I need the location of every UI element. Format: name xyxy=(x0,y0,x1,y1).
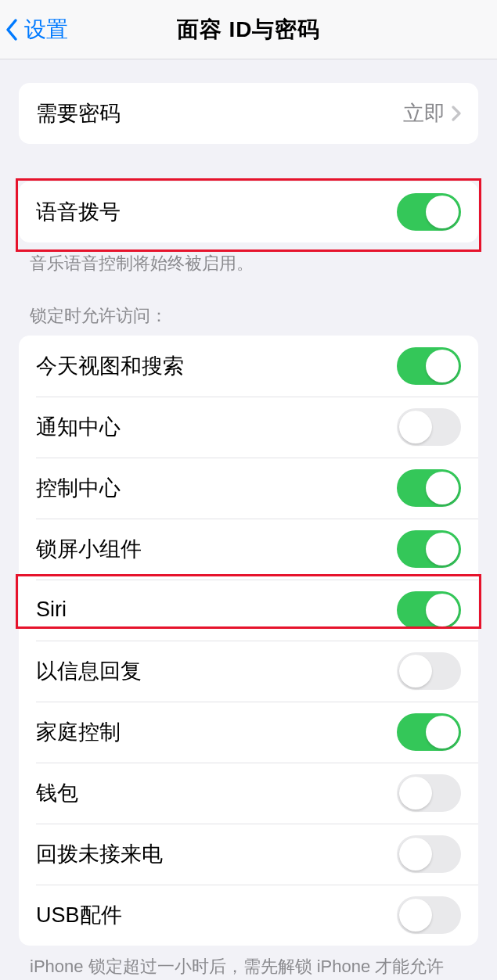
lock-access-toggle[interactable] xyxy=(397,652,461,690)
lock-access-label: 控制中心 xyxy=(36,474,397,502)
lock-access-toggle[interactable] xyxy=(397,469,461,507)
nav-bar: 设置 面容 ID与密码 xyxy=(0,0,497,59)
lock-access-toggle[interactable] xyxy=(397,408,461,446)
switch-knob xyxy=(426,472,459,504)
switch-knob xyxy=(399,899,432,932)
lock-access-label: 家庭控制 xyxy=(36,718,397,746)
lock-access-row: 通知中心 xyxy=(19,397,478,458)
lock-access-label: 今天视图和搜索 xyxy=(36,352,397,380)
lock-access-row: 以信息回复 xyxy=(19,641,478,702)
lock-access-label: 以信息回复 xyxy=(36,657,397,685)
switch-knob xyxy=(426,716,459,748)
lock-access-label: USB配件 xyxy=(36,901,397,929)
lock-access-toggle[interactable] xyxy=(397,591,461,629)
switch-knob xyxy=(399,655,432,687)
lock-access-header: 锁定时允许访问： xyxy=(30,304,467,328)
lock-access-row: 回拨未接来电 xyxy=(19,824,478,885)
voice-dial-toggle[interactable] xyxy=(397,193,461,231)
require-passcode-row[interactable]: 需要密码 立即 xyxy=(19,83,478,144)
lock-access-label: 钱包 xyxy=(36,779,397,807)
switch-knob xyxy=(426,196,459,228)
switch-knob xyxy=(426,350,459,382)
lock-access-row: Siri xyxy=(19,580,478,641)
switch-knob xyxy=(399,411,432,443)
voice-dial-group: 语音拨号 xyxy=(19,181,478,242)
switch-knob xyxy=(426,594,459,626)
lock-access-row: USB配件 xyxy=(19,885,478,946)
lock-access-toggle[interactable] xyxy=(397,713,461,751)
switch-knob xyxy=(426,533,459,565)
lock-access-row: 钱包 xyxy=(19,763,478,824)
voice-dial-row: 语音拨号 xyxy=(19,181,478,242)
require-passcode-label: 需要密码 xyxy=(36,99,403,127)
lock-access-row: 今天视图和搜索 xyxy=(19,336,478,397)
page-title: 面容 ID与密码 xyxy=(0,15,497,45)
lock-access-row: 锁屏小组件 xyxy=(19,519,478,580)
switch-knob xyxy=(399,838,432,871)
lock-access-row: 控制中心 xyxy=(19,458,478,519)
lock-access-toggle[interactable] xyxy=(397,896,461,934)
lock-access-group: 今天视图和搜索通知中心控制中心锁屏小组件Siri以信息回复家庭控制钱包回拨未接来… xyxy=(19,336,478,946)
lock-access-label: 回拨未接来电 xyxy=(36,840,397,868)
lock-access-label: Siri xyxy=(36,598,397,622)
lock-access-toggle[interactable] xyxy=(397,347,461,385)
lock-access-toggle[interactable] xyxy=(397,530,461,568)
chevron-right-icon xyxy=(452,106,461,121)
lock-access-label: 锁屏小组件 xyxy=(36,535,397,563)
lock-access-row: 家庭控制 xyxy=(19,702,478,763)
switch-knob xyxy=(399,777,432,809)
require-passcode-value: 立即 xyxy=(403,99,445,127)
passcode-group: 需要密码 立即 xyxy=(19,83,478,144)
lock-access-label: 通知中心 xyxy=(36,413,397,441)
lock-access-toggle[interactable] xyxy=(397,774,461,812)
voice-dial-label: 语音拨号 xyxy=(36,198,397,226)
lock-access-footer: iPhone 锁定超过一小时后，需先解锁 iPhone 才能允许USB 配件连接… xyxy=(30,955,467,980)
lock-access-toggle[interactable] xyxy=(397,835,461,873)
voice-dial-footer: 音乐语音控制将始终被启用。 xyxy=(30,252,467,276)
